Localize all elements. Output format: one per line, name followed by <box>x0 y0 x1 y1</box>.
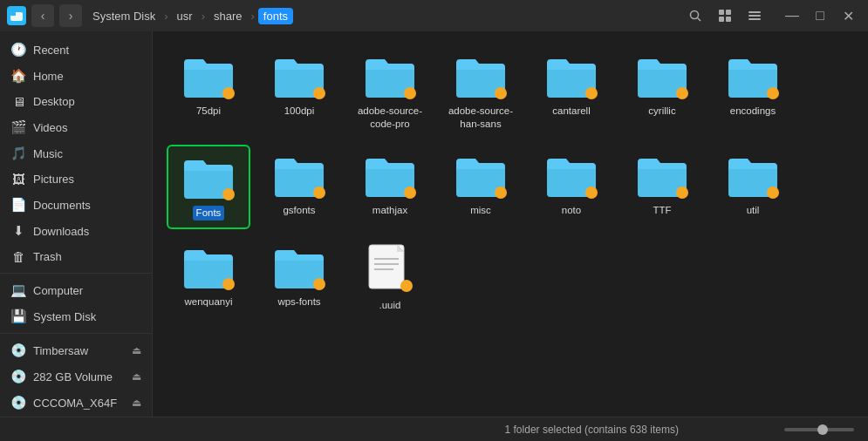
282gb-eject-icon[interactable]: ⏏ <box>132 370 141 383</box>
slider-track[interactable] <box>784 428 854 431</box>
file-item-noto[interactable]: noto <box>530 145 613 229</box>
folder-icon-cyrillic <box>634 52 690 101</box>
file-item-gsfonts[interactable]: gsfonts <box>257 145 341 229</box>
home-icon: 🏠 <box>10 68 26 84</box>
file-label-100dpi: 100dpi <box>284 105 315 118</box>
folder-badge-adobe-source-han-sans <box>495 87 507 99</box>
file-item-wps-fonts[interactable]: wps-fonts <box>257 236 341 319</box>
sidebar-item-desktop[interactable]: 🖥 Desktop <box>0 89 152 114</box>
main-layout: 🕐 Recent 🏠 Home 🖥 Desktop 🎬 Videos 🎵 Mus… <box>0 31 868 417</box>
file-item-75dpi[interactable]: 75dpi <box>167 45 250 138</box>
sidebar-label-cccoma: CCCOMA_X64F <box>33 397 125 410</box>
folder-badge-cantarell <box>585 87 598 99</box>
file-item-ttf[interactable]: TTF <box>620 145 704 229</box>
file-item-100dpi[interactable]: 100dpi <box>257 45 341 138</box>
breadcrumb-share[interactable]: share <box>208 8 248 24</box>
timbersaw-eject-icon[interactable]: ⏏ <box>132 344 141 356</box>
file-item-uuid[interactable]: .uuid <box>348 236 432 319</box>
file-item-encodings[interactable]: encodings <box>711 45 795 138</box>
grid-view-button[interactable] <box>713 3 737 28</box>
svg-rect-5 <box>726 10 731 15</box>
maximize-button[interactable]: □ <box>807 3 833 29</box>
sidebar-label-computer: Computer <box>33 284 141 297</box>
file-item-misc[interactable]: misc <box>439 145 523 229</box>
statusbar: 1 folder selected (contains 638 items) <box>0 417 868 441</box>
timbersaw-icon: 💿 <box>10 343 26 358</box>
folder-icon-75dpi <box>181 52 236 101</box>
sidebar-item-pictures[interactable]: 🖼 Pictures <box>0 166 152 192</box>
search-button[interactable] <box>683 3 707 28</box>
file-label-75dpi: 75dpi <box>196 105 221 118</box>
cccoma-eject-icon[interactable]: ⏏ <box>132 397 141 409</box>
sidebar-label-recent: Recent <box>33 44 141 57</box>
sidebar-item-computer[interactable]: 💻 Computer <box>0 277 152 303</box>
documents-icon: 📄 <box>10 197 26 213</box>
sidebar-item-documents[interactable]: 📄 Documents <box>0 192 152 218</box>
back-button[interactable]: ‹ <box>31 4 54 27</box>
svg-point-2 <box>691 11 699 19</box>
sidebar-divider-2 <box>0 333 152 334</box>
forward-button[interactable]: › <box>59 4 82 27</box>
file-label-uuid: .uuid <box>379 299 401 312</box>
file-item-cantarell[interactable]: cantarell <box>530 45 613 138</box>
file-label-ttf: TTF <box>653 204 671 217</box>
folder-icon-wps-fonts <box>271 243 327 292</box>
folder-icon-100dpi <box>271 52 327 101</box>
file-item-wenquanyi[interactable]: wenquanyi <box>167 236 250 319</box>
file-item-cyrillic[interactable]: cyrillic <box>620 45 704 138</box>
minimize-button[interactable]: — <box>779 3 805 29</box>
file-item-adobe-source-code-pro[interactable]: adobe-source- code-pro <box>348 45 432 138</box>
desktop-icon: 🖥 <box>10 94 26 109</box>
sidebar-item-recent[interactable]: 🕐 Recent <box>0 37 152 63</box>
sidebar-item-cccoma[interactable]: 💿 CCCOMA_X64F ⏏ <box>0 390 152 416</box>
folder-icon-cantarell <box>543 52 599 101</box>
titlebar-actions <box>683 3 767 28</box>
sidebar-item-system-disk[interactable]: 💾 System Disk <box>0 303 152 329</box>
file-label-cantarell: cantarell <box>552 105 590 118</box>
sidebar-label-music: Music <box>33 147 141 160</box>
svg-rect-1 <box>10 12 16 16</box>
sidebar-label-downloads: Downloads <box>33 225 141 238</box>
sidebar-item-282gb[interactable]: 💿 282 GB Volume ⏏ <box>0 363 152 390</box>
list-view-button[interactable] <box>742 3 767 28</box>
folder-icon-adobe-source-han-sans <box>453 52 509 101</box>
close-button[interactable]: ✕ <box>835 3 861 29</box>
breadcrumb-systemdisk[interactable]: System Disk <box>87 8 161 24</box>
breadcrumb: System Disk › usr › share › fonts <box>87 8 293 24</box>
breadcrumb-usr[interactable]: usr <box>172 8 198 24</box>
svg-rect-9 <box>748 15 761 17</box>
folder-badge-100dpi <box>313 87 325 99</box>
system-disk-icon: 💾 <box>10 309 26 324</box>
recent-icon: 🕐 <box>10 42 26 58</box>
file-item-adobe-source-han-sans[interactable]: adobe-source- han-sans <box>439 45 523 138</box>
sidebar-label-system-disk: System Disk <box>33 310 141 323</box>
breadcrumb-fonts[interactable]: fonts <box>258 8 293 24</box>
computer-icon: 💻 <box>10 282 26 298</box>
slider-thumb[interactable] <box>817 424 828 435</box>
folder-icon-adobe-source-code-pro <box>362 52 418 101</box>
sidebar-label-timbersaw: Timbersaw <box>33 344 125 357</box>
sidebar-label-home: Home <box>33 70 141 83</box>
folder-badge-fonts <box>222 188 235 200</box>
file-label-cyrillic: cyrillic <box>648 105 675 118</box>
zoom-slider[interactable] <box>784 428 854 431</box>
folder-icon-noto <box>543 152 599 200</box>
sidebar-item-trash[interactable]: 🗑 Trash <box>0 244 152 269</box>
file-label-fonts: Fonts <box>193 206 225 220</box>
sidebar-item-music[interactable]: 🎵 Music <box>0 140 152 166</box>
sidebar-item-home[interactable]: 🏠 Home <box>0 63 152 89</box>
sidebar-item-timbersaw[interactable]: 💿 Timbersaw ⏏ <box>0 337 152 363</box>
file-item-util[interactable]: util <box>711 145 795 229</box>
folder-badge-util <box>767 187 779 199</box>
folder-icon-fonts <box>181 153 236 202</box>
svg-rect-8 <box>748 11 761 13</box>
sidebar-item-downloads[interactable]: ⬇ Downloads <box>0 218 152 244</box>
file-label-gsfonts: gsfonts <box>283 204 315 217</box>
music-icon: 🎵 <box>10 146 26 161</box>
file-item-mathjax[interactable]: mathjax <box>348 145 432 229</box>
sidebar-label-282gb: 282 GB Volume <box>33 370 125 383</box>
file-item-fonts[interactable]: Fonts <box>167 145 250 229</box>
sidebar-item-videos[interactable]: 🎬 Videos <box>0 114 152 140</box>
trash-icon: 🗑 <box>10 249 26 264</box>
file-label-wenquanyi: wenquanyi <box>185 295 233 309</box>
